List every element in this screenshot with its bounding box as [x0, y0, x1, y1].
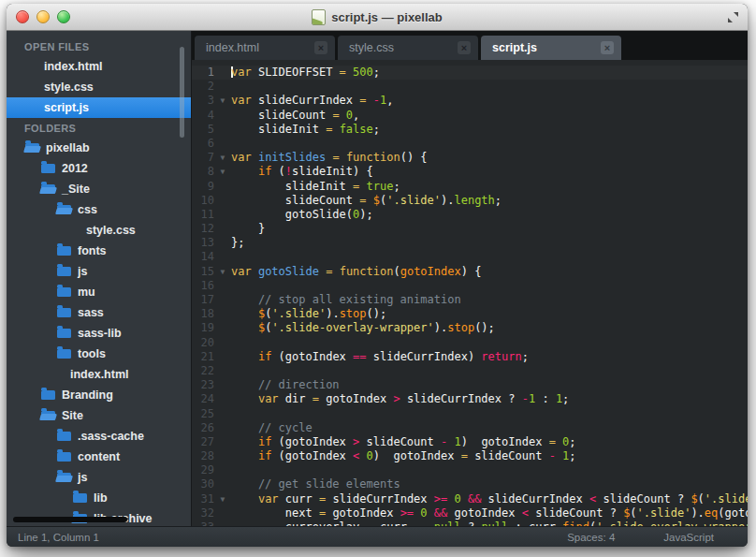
tab-script.js[interactable]: script.js×: [481, 36, 621, 60]
line-number[interactable]: 24: [192, 392, 214, 406]
line-number[interactable]: 7: [192, 151, 214, 165]
line-number[interactable]: 30: [192, 477, 214, 491]
tree-item-label: .sass-cache: [78, 430, 144, 443]
folder-icon: [57, 432, 71, 441]
code-line: 19 $('.slide-overlay-wrapper').stop();: [192, 321, 748, 335]
tree-folder-sass[interactable]: sass: [7, 302, 191, 323]
cursor-position[interactable]: Line 1, Column 1: [18, 532, 567, 543]
sidebar-vertical-scrollbar[interactable]: [180, 47, 184, 138]
tree-folder-content[interactable]: content: [7, 447, 191, 467]
code-text: [231, 279, 748, 293]
line-number[interactable]: 26: [192, 421, 214, 435]
fold-arrow-icon[interactable]: ▼: [214, 151, 231, 165]
tree-folder-lib[interactable]: lib: [7, 488, 191, 508]
tree-folder-tools[interactable]: tools: [7, 344, 191, 364]
line-number[interactable]: 22: [192, 364, 214, 378]
tab-style.css[interactable]: style.css×: [338, 36, 478, 60]
line-number[interactable]: 23: [192, 378, 214, 392]
line-number[interactable]: 16: [192, 279, 214, 293]
titlebar[interactable]: script.js — pixellab: [7, 4, 748, 31]
tree-folder-js[interactable]: js: [7, 467, 191, 488]
line-number[interactable]: 3: [192, 94, 214, 108]
tree-folder-js[interactable]: js: [7, 261, 191, 282]
syntax-setting[interactable]: JavaScript: [663, 532, 714, 543]
open-file-item-script.js[interactable]: script.js: [7, 97, 191, 118]
line-number[interactable]: 6: [192, 137, 214, 151]
open-file-item-style.css[interactable]: style.css: [7, 77, 191, 97]
tree-folder-_Site[interactable]: _Site: [7, 179, 191, 199]
line-number[interactable]: 25: [192, 407, 214, 421]
tree-folder-2012[interactable]: 2012: [7, 158, 191, 179]
tree-folder-sass-lib[interactable]: sass-lib: [7, 323, 191, 344]
close-window-button[interactable]: [16, 10, 29, 23]
indentation-setting[interactable]: Spaces: 4: [567, 532, 615, 543]
sidebar-horizontal-scrollbar[interactable]: [13, 517, 127, 522]
line-number[interactable]: 31: [192, 492, 214, 506]
line-number[interactable]: 4: [192, 109, 214, 123]
folder-icon: [57, 349, 71, 359]
line-number[interactable]: 10: [192, 194, 214, 208]
line-number[interactable]: 20: [192, 336, 214, 350]
fold-gutter: [214, 236, 231, 250]
tree-folder-mu[interactable]: mu: [7, 282, 191, 302]
line-number[interactable]: 21: [192, 350, 214, 364]
fold-gutter: [214, 407, 231, 421]
tree-folder-Branding[interactable]: Branding: [7, 385, 191, 405]
line-number[interactable]: 32: [192, 506, 214, 520]
line-number[interactable]: 13: [192, 236, 214, 250]
tab-index.html[interactable]: index.html×: [195, 36, 335, 60]
line-number[interactable]: 12: [192, 222, 214, 236]
line-number[interactable]: 8: [192, 165, 214, 179]
line-number[interactable]: 18: [192, 307, 214, 321]
tree-item-label: tools: [78, 347, 106, 360]
code-line: 23 // direction: [192, 378, 748, 392]
line-number[interactable]: 27: [192, 435, 214, 449]
code-text: slideInit = false;: [231, 123, 748, 137]
open-file-item-index.html[interactable]: index.html: [7, 56, 191, 77]
line-number[interactable]: 11: [192, 208, 214, 222]
line-number[interactable]: 2: [192, 80, 214, 94]
line-number[interactable]: 9: [192, 180, 214, 194]
code-area[interactable]: 1var SLIDEOFFSET = 500;23▼var slideCurrI…: [192, 60, 748, 526]
fold-arrow-icon[interactable]: ▼: [214, 165, 231, 179]
folder-open-icon: [57, 205, 71, 214]
tab-close-icon[interactable]: ×: [314, 41, 327, 54]
code-line: 30 // get slide elements: [192, 477, 748, 491]
tab-close-icon[interactable]: ×: [601, 41, 614, 54]
code-line: 9 slideInit = true;: [192, 180, 748, 194]
status-bar: Line 1, Column 1 Spaces: 4 JavaScript: [7, 526, 748, 547]
tree-folder-.sass-cache[interactable]: .sass-cache: [7, 426, 191, 447]
line-number[interactable]: 15: [192, 265, 214, 279]
fold-arrow-icon[interactable]: ▼: [214, 265, 231, 279]
tree-folder-Site[interactable]: Site: [7, 405, 191, 426]
code-line: 20: [192, 336, 748, 350]
minimize-window-button[interactable]: [36, 10, 50, 23]
line-number[interactable]: 1: [192, 66, 214, 80]
code-text: gotoSlide(0);: [231, 208, 748, 222]
line-number[interactable]: 33: [192, 520, 214, 526]
line-number[interactable]: 28: [192, 449, 214, 463]
line-number[interactable]: 29: [192, 463, 214, 477]
fullscreen-icon[interactable]: [727, 11, 739, 23]
tree-file-style.css[interactable]: style.css: [7, 220, 191, 241]
fold-arrow-icon[interactable]: ▼: [214, 94, 231, 108]
fold-gutter: [214, 137, 231, 151]
tree-folder-pixellab[interactable]: pixellab: [7, 138, 191, 158]
line-number[interactable]: 5: [192, 123, 214, 137]
tree-item-label: Branding: [62, 388, 113, 402]
line-number[interactable]: 14: [192, 250, 214, 264]
tree-folder-css[interactable]: css: [7, 199, 191, 220]
tree-folder-fonts[interactable]: fonts: [7, 241, 191, 261]
line-number[interactable]: 17: [192, 293, 214, 307]
tree-file-index.html[interactable]: index.html: [7, 364, 191, 385]
folder-icon: [57, 246, 71, 256]
line-number[interactable]: 19: [192, 321, 214, 335]
fold-gutter: [214, 194, 231, 208]
tab-close-icon[interactable]: ×: [458, 41, 471, 54]
fold-arrow-icon[interactable]: ▼: [214, 492, 231, 506]
fold-gutter: [214, 222, 231, 236]
fold-gutter: [214, 435, 231, 449]
zoom-window-button[interactable]: [57, 10, 70, 23]
tab-label: index.html: [206, 41, 314, 54]
open-files-header: OPEN FILES: [7, 37, 191, 56]
